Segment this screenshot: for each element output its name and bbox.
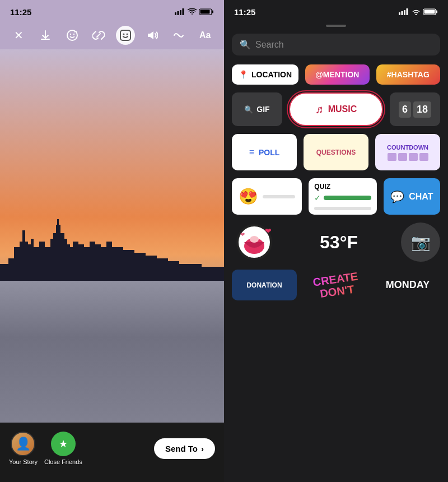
bottom-bar: 👤 Your Story ★ Close Friends Send To › [0,423,224,482]
animated-mouth-sticker[interactable]: ❤ ❤ [232,223,277,262]
search-placeholder: Search [255,40,284,50]
svg-text:❤: ❤ [265,226,272,235]
location-sticker[interactable]: 📍 LOCATION [232,64,298,85]
right-panel: 11:25 🔍 Search [224,0,448,482]
sticker-row-6: DONATION CREATEDON'T MONDAY [232,270,440,300]
right-time: 11:25 [234,7,255,17]
sticker-row-1: 📍 LOCATION @MENTION #HASHTAG [232,64,440,85]
link-button[interactable] [89,26,108,45]
hashtag-sticker[interactable]: #HASHTAG [376,64,440,85]
sticker-row-4: 😍 QUIZ ✓ 💬 CHAT [232,178,440,215]
water-reflection [0,281,224,423]
mention-sticker[interactable]: @MENTION [305,64,369,85]
camera-sticker[interactable]: 📷 [401,223,440,262]
create-sticker[interactable]: CREATEDON'T [304,270,368,300]
temperature-sticker[interactable]: 53°F [283,223,394,262]
close-friends-label: Close Friends [44,458,82,465]
your-story-button[interactable]: 👤 Your Story [9,432,38,465]
right-status-bar: 11:25 [224,0,448,21]
quiz-bg-bar [314,207,371,210]
svg-point-11 [123,34,124,35]
close-friends-icon: ★ [51,432,76,456]
svg-point-12 [126,34,128,35]
countdown-bars [388,153,428,161]
left-time: 11:25 [10,7,31,17]
top-toolbar: ✕ [0,21,224,49]
chat-sticker[interactable]: 💬 CHAT [384,178,440,215]
left-status-bar: 11:25 [0,0,224,21]
svg-rect-6 [200,10,210,14]
right-battery-icon [423,8,438,15]
svg-rect-0 [175,12,176,15]
countdown-bar-1 [388,153,396,161]
questions-sticker[interactable]: QUESTIONS [304,134,368,170]
svg-rect-10 [120,30,130,40]
svg-rect-22 [424,10,435,14]
close-friends-button[interactable]: ★ Close Friends [44,432,82,465]
svg-rect-18 [407,8,408,15]
signal-icon [175,8,185,15]
right-signal-icon [399,8,409,15]
countdown-sticker[interactable]: COUNTDOWN [375,134,440,170]
wifi-icon [188,8,197,15]
sticker-row-5: ❤ ❤ 53°F 📷 [232,223,440,262]
draw-button[interactable] [169,26,188,45]
svg-rect-21 [436,11,438,13]
your-story-label: Your Story [9,458,38,465]
avatar: 👤 [11,432,35,456]
music-sticker[interactable]: ♬ MUSIC [289,92,383,126]
left-status-icons [175,8,214,15]
timer-sticker[interactable]: 6 18 [390,92,440,126]
gif-sticker[interactable]: 🔍 GIF [232,92,282,126]
emoji-button[interactable] [63,26,82,45]
left-panel: 11:25 ✕ [0,0,224,482]
svg-rect-15 [399,12,400,15]
send-to-button[interactable]: Send To › [154,438,215,459]
svg-point-9 [73,34,74,35]
svg-rect-3 [183,8,184,15]
svg-rect-16 [402,11,403,15]
sticker-row-2: 🔍 GIF ♬ MUSIC 6 18 [232,92,440,126]
svg-text:❤: ❤ [240,231,245,238]
svg-marker-14 [0,219,224,281]
battery-icon [199,8,214,15]
monday-sticker[interactable]: MONDAY [375,270,440,300]
countdown-bar-4 [419,153,428,161]
search-bar[interactable]: 🔍 Search [232,34,440,55]
right-wifi-icon [412,8,421,15]
search-icon: 🔍 [240,39,251,50]
svg-marker-13 [148,31,153,39]
close-button[interactable]: ✕ [10,26,29,45]
text-button[interactable]: Aa [195,26,214,45]
skyline-svg [0,214,224,281]
svg-point-8 [70,34,71,35]
slider-track [263,195,295,198]
sticker-button[interactable] [116,26,135,45]
story-image [0,49,224,423]
donation-sticker[interactable]: DONATION [232,270,297,300]
svg-rect-5 [212,11,214,13]
countdown-bar-3 [409,153,418,161]
stickers-grid: 📍 LOCATION @MENTION #HASHTAG 🔍 GIF ♬ MUS… [224,60,448,482]
sheet-handle [326,25,346,27]
svg-point-25 [250,236,259,243]
poll-sticker[interactable]: ≡ POLL [232,134,297,170]
mute-button[interactable] [142,26,161,45]
svg-rect-2 [180,10,181,15]
quiz-sticker[interactable]: QUIZ ✓ [309,178,376,215]
quiz-progress-bar [324,196,371,200]
emoji-slider-sticker[interactable]: 😍 [232,178,302,215]
svg-rect-17 [404,10,405,15]
sticker-row-3: ≡ POLL QUESTIONS COUNTDOWN [232,134,440,170]
svg-rect-1 [178,11,179,15]
countdown-bar-2 [398,153,407,161]
right-status-icons [399,8,438,15]
svg-point-19 [416,14,417,16]
download-button[interactable] [36,26,55,45]
